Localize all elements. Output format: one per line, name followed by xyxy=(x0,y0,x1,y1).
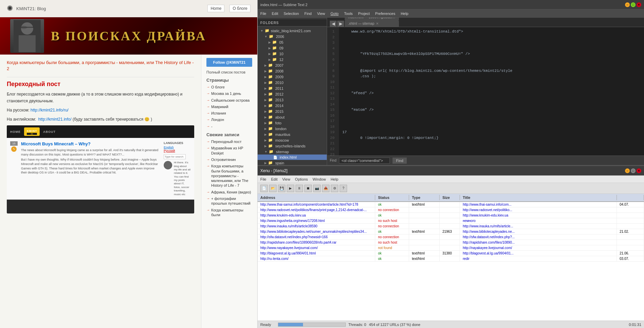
code-tab[interactable]: .xhtml — sitemap✕ xyxy=(345,20,399,27)
sidebar-page-link[interactable]: Лондон xyxy=(211,117,224,122)
tree-item[interactable]: ▶📁10 xyxy=(258,51,327,57)
xenu-row[interactable]: http://www.thai-samui.info/component/con… xyxy=(258,202,644,207)
menu-preferences[interactable]: Preferences xyxy=(375,12,395,16)
menu-edit[interactable]: Edit xyxy=(272,12,278,16)
tree-item[interactable]: ▶📁09 xyxy=(258,45,327,51)
sidebar-page-link[interactable]: Москва за 1 день xyxy=(211,91,241,96)
sidebar-recent-item[interactable]: →Когда компьютеры были большими, а прогр… xyxy=(206,164,252,188)
xenu-close[interactable]: ✕ xyxy=(637,168,641,173)
minimize-button[interactable]: – xyxy=(625,2,630,7)
tree-item[interactable]: ▶📁2007 xyxy=(258,62,327,68)
xenu-new-btn[interactable]: 📄 xyxy=(260,185,268,192)
tree-item[interactable]: ▶📁2014 xyxy=(258,103,327,108)
xenu-row[interactable]: http://www.inauka.ru/mifs/article38590 n… xyxy=(258,224,644,229)
posts-link[interactable]: Полный список постов xyxy=(206,70,252,74)
xenu-row[interactable]: http://sfw.datasvit.net/index.php?newsid… xyxy=(258,234,644,240)
sidebar-page-item[interactable]: →Сейшельские острова xyxy=(206,98,252,103)
xenu-row[interactable]: http://www.ingushetia.org/news/17208.htm… xyxy=(258,218,644,224)
tab-right-btn[interactable]: ▶ xyxy=(337,21,344,27)
xenu-export-btn[interactable]: 📤 xyxy=(322,185,329,192)
xenu-camera-btn[interactable]: 📷 xyxy=(313,185,321,192)
tree-item[interactable]: ▶📁about xyxy=(258,114,327,120)
sidebar-recent-link[interactable]: Переходный пост xyxy=(211,139,241,144)
post-url-ru[interactable]: http://kmint21.info/ru/ xyxy=(31,108,68,112)
tree-item[interactable]: ▶📁spain xyxy=(258,160,327,165)
tree-item[interactable]: ▶📁2008 xyxy=(258,68,327,74)
xenu-row[interactable]: http://www.knukim-edu.kiev.ua ok http://… xyxy=(258,213,644,218)
nav-home[interactable]: Home xyxy=(207,5,224,12)
xenu-menu-options[interactable]: Options xyxy=(295,177,308,181)
sidebar-recent-item[interactable]: →Африка, Кения (видео) xyxy=(206,190,252,194)
tree-item[interactable]: ▶📁2011 xyxy=(258,85,327,91)
find-button[interactable]: Find xyxy=(393,158,406,164)
xenu-row[interactable]: http://www.nayakayee.livejournal.com/ no… xyxy=(258,245,644,251)
xenu-minimize[interactable]: – xyxy=(625,168,630,173)
tree-item[interactable]: ▶📁2013 xyxy=(258,97,327,103)
screenshot-search[interactable] xyxy=(164,154,186,159)
col-type[interactable]: Type xyxy=(409,195,440,200)
tree-item[interactable]: ▶📁london xyxy=(258,126,327,131)
sidebar-recent-item[interactable]: →+ фотографии прошлых путешествий xyxy=(206,196,252,206)
lang-ru[interactable]: Русский xyxy=(164,149,191,152)
sidebar-page-link[interactable]: О блоге xyxy=(211,85,225,89)
menu-selection[interactable]: Selection xyxy=(284,12,299,16)
tree-item[interactable]: ▶📁05 xyxy=(258,39,327,45)
xenu-row[interactable]: http://www.radosvet.net/politikos/finans… xyxy=(258,207,644,213)
col-size[interactable]: Size xyxy=(440,195,460,200)
sidebar-recent-link[interactable]: Муравейник из HP Deskjet xyxy=(211,146,252,156)
sidebar-recent-link[interactable]: Островитянин xyxy=(211,157,236,162)
tree-item[interactable]: ▶📁2015 xyxy=(258,108,327,114)
xenu-menu-window[interactable]: Window xyxy=(313,177,326,181)
sidebar-recent-item[interactable]: →Островитянин xyxy=(206,157,252,162)
xenu-save-btn[interactable]: 💾 xyxy=(278,185,285,192)
col-status[interactable]: Status xyxy=(375,195,409,200)
code-tab[interactable]: index.html — 2006\...\globalsat-bt-338✕ xyxy=(345,18,399,20)
sidebar-page-item[interactable]: →О блоге xyxy=(206,85,252,89)
sidebar-recent-item[interactable]: →Переходный пост xyxy=(206,139,252,144)
col-title[interactable]: Title xyxy=(460,195,617,200)
menu-goto[interactable]: Goto xyxy=(330,12,339,16)
sidebar-page-link[interactable]: Сейшельские острова xyxy=(211,98,249,103)
code-content[interactable]: www.w3.org/TR/xhtml1/DTD/xhtml1-transiti… xyxy=(339,27,644,156)
sidebar-recent-link[interactable]: Африка, Кения (видео) xyxy=(211,190,251,194)
find-input[interactable] xyxy=(339,158,390,164)
xenu-row[interactable]: http://ru-lenta.com/ ok text/html redir … xyxy=(258,256,644,262)
xenu-open-btn[interactable]: 📂 xyxy=(269,185,277,192)
xenu-menu-view[interactable]: View xyxy=(282,177,290,181)
sidebar-recent-link[interactable]: Когда компьютеры были большими, а програ… xyxy=(211,164,252,188)
tree-item[interactable]: ▶📁2012 xyxy=(258,91,327,97)
sidebar-page-item[interactable]: →Маврикий xyxy=(206,104,252,109)
xenu-help-btn[interactable]: ? xyxy=(340,185,347,192)
follow-button[interactable]: Follow @KMiNT21 xyxy=(206,58,252,67)
tree-item[interactable]: 📄index.html xyxy=(258,155,327,160)
xenu-row[interactable]: http://blagovest.al.lg.ua/9904/01.html o… xyxy=(258,251,644,256)
sidebar-page-item[interactable]: →Лондон xyxy=(206,117,252,122)
featured-post-link[interactable]: Когда компьютеры были большими, а програ… xyxy=(7,60,194,72)
sidebar-page-item[interactable]: →Москва за 1 день xyxy=(206,91,252,96)
tree-item[interactable]: ▶📁2009 xyxy=(258,74,327,80)
tree-item[interactable]: ▶📁mauritius xyxy=(258,131,327,137)
menu-help[interactable]: Help xyxy=(401,12,408,16)
xenu-menu-edit[interactable]: Edit xyxy=(271,177,278,181)
tree-item[interactable]: ▶📁moscow xyxy=(258,137,327,143)
sidebar-recent-item[interactable]: →Муравейник из HP Deskjet xyxy=(206,146,252,156)
sidebar-page-item[interactable]: →Испания xyxy=(206,111,252,116)
xenu-menu-help[interactable]: Help xyxy=(330,177,338,181)
sidebar-recent-link[interactable]: Когда компьютеры были xyxy=(211,208,252,218)
col-address[interactable]: Address xyxy=(258,195,375,200)
lang-en[interactable]: English xyxy=(164,146,191,149)
tree-item[interactable]: ▶📁foto xyxy=(258,120,327,126)
xenu-row[interactable]: http://rapidshare.com/files/108906028/nf… xyxy=(258,240,644,245)
menu-tools[interactable]: Tools xyxy=(344,12,353,16)
tree-item[interactable]: ▼📁2006 xyxy=(258,34,327,39)
menu-file[interactable]: File xyxy=(260,12,266,16)
tree-root[interactable]: ▼ 📁 static_blog.kmint21.com xyxy=(258,28,327,34)
xenu-settings-btn[interactable]: ⚙ xyxy=(331,185,338,192)
tree-item[interactable]: ▶📁seychelles-islands xyxy=(258,143,327,149)
post-url-en[interactable]: http://kmint21.info/ xyxy=(38,117,72,122)
tree-item[interactable]: ▼📁sitemap xyxy=(258,149,327,155)
xenu-restore[interactable]: □ xyxy=(631,168,636,173)
xenu-play-btn[interactable]: ▶ xyxy=(287,185,294,192)
sidebar-page-link[interactable]: Испания xyxy=(211,111,226,116)
tree-item[interactable]: ▶📁12 xyxy=(258,57,327,62)
